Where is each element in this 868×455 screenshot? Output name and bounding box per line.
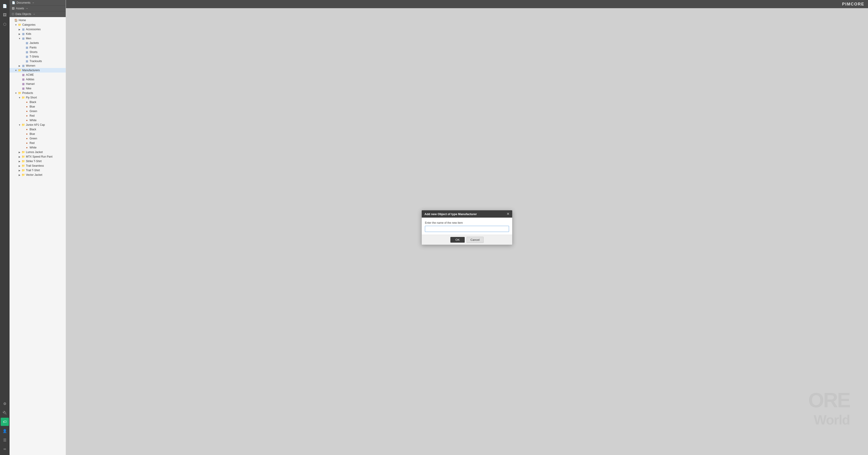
icon-bar-data-objects[interactable]: ⬡ xyxy=(1,20,9,28)
object-icon-fly-short-green: ● xyxy=(25,110,29,113)
icon-bar-link[interactable]: ∞ xyxy=(1,445,9,453)
tree-item-products[interactable]: ▼ 📁 Products xyxy=(9,91,66,95)
tree-label-trail-tshirt: Trail T-Shirt xyxy=(26,169,65,172)
tree-item-fly-short-black[interactable]: ● Black xyxy=(9,100,66,104)
link-icon: ∞ xyxy=(3,447,6,451)
expander-men: ▼ xyxy=(18,37,21,40)
object-icon-fly-short-black: ● xyxy=(25,100,29,104)
object-icon-junior-cap-black: ● xyxy=(25,127,29,131)
tree-label-fly-short-blue: Blue xyxy=(30,105,65,108)
object-icon-junior-cap-blue: ● xyxy=(25,132,29,136)
icon-bar-extension[interactable]: 🔌 xyxy=(1,408,9,417)
tree-item-lumos-jacket[interactable]: ▶ 📁 Lumos Jacket xyxy=(9,150,66,154)
expander-fly-short-green xyxy=(21,110,25,113)
modal-name-input[interactable] xyxy=(425,226,509,232)
tree-item-junior-cap-red[interactable]: ● Red xyxy=(9,141,66,145)
tree-item-men[interactable]: ▼ ▦ Men xyxy=(9,36,66,41)
modal-overlay: Add new Object of type Manufacturer ✕ En… xyxy=(66,0,868,455)
tree-item-junior-cap-blue[interactable]: ● Blue xyxy=(9,132,66,136)
icon-bar-bottom: ⚙ 🔌 🏷 👤 ☰ ∞ xyxy=(1,399,9,455)
tree-item-manufacturers[interactable]: ▼ 📁 Manufacturers xyxy=(9,68,66,72)
tree-item-junior-cap[interactable]: ▼ 📁 Junior AP1 Cap xyxy=(9,123,66,127)
nav-assets[interactable]: 🖼 Assets → xyxy=(9,6,66,11)
tree-label-manufacturers: Manufacturers xyxy=(22,69,65,72)
object-icon-fly-short-white: ● xyxy=(25,118,29,122)
expander-fly-short-blue xyxy=(21,105,25,109)
icon-bar-list[interactable]: ☰ xyxy=(1,436,9,444)
tags-icon: 🏷 xyxy=(3,420,7,424)
icon-bar-plugin[interactable]: ⚙ xyxy=(1,399,9,408)
plugin-icon: ⚙ xyxy=(3,401,6,406)
modal-close-button[interactable]: ✕ xyxy=(506,212,509,216)
tree-item-acme[interactable]: ▦ ACME xyxy=(9,72,66,77)
grid-icon-hamari: ▦ xyxy=(21,82,25,86)
tree-item-nike[interactable]: ▦ Nike xyxy=(9,86,66,91)
modal-cancel-button[interactable]: Cancel xyxy=(466,237,483,243)
grid-icon-shorts: ▦ xyxy=(25,50,29,54)
tree-item-accessories[interactable]: ▶ ▦ Accessories xyxy=(9,27,66,32)
expander-accessories: ▶ xyxy=(18,28,21,31)
tree-item-kids[interactable]: ▶ ▦ Kids xyxy=(9,32,66,36)
tree-item-junior-cap-black[interactable]: ● Black xyxy=(9,127,66,132)
tree-item-home[interactable]: 🏠 Home xyxy=(9,18,66,23)
tree-item-fly-short-green[interactable]: ● Green xyxy=(9,109,66,114)
tree-item-jackets[interactable]: ▦ Jackets xyxy=(9,41,66,45)
tree-item-fly-short[interactable]: ▼ 📁 Fly Short xyxy=(9,95,66,100)
tree-item-pants[interactable]: ▦ Pants xyxy=(9,45,66,50)
tree-item-tshirts[interactable]: ▦ T-Shirts xyxy=(9,54,66,59)
tree-label-men: Men xyxy=(26,37,65,40)
expander-strike-tshirt: ▶ xyxy=(18,159,21,163)
nav-documents[interactable]: 📄 Documents → xyxy=(9,0,66,6)
tree-item-fly-short-white[interactable]: ● White xyxy=(9,118,66,123)
tree-item-trail-tshirt[interactable]: ▶ 📁 Trail T-Shirt xyxy=(9,168,66,173)
tree-item-junior-cap-green[interactable]: ● Green xyxy=(9,136,66,141)
icon-bar-user[interactable]: 👤 xyxy=(1,427,9,435)
expander-lumos-jacket: ▶ xyxy=(18,150,21,154)
tree-label-junior-cap-red: Red xyxy=(30,142,65,145)
expander-junior-cap-blue xyxy=(21,132,25,136)
tree-item-junior-cap-white[interactable]: ● White xyxy=(9,145,66,150)
expander-shorts xyxy=(21,50,25,54)
nav-data-objects-label: Data Objects xyxy=(16,12,31,16)
tree-item-categories[interactable]: ▼ 📁 Categories xyxy=(9,23,66,27)
tree-item-hamari[interactable]: ▦ Hamari xyxy=(9,82,66,86)
grid-icon-tshirts: ▦ xyxy=(25,55,29,58)
tree-label-home: Home xyxy=(19,19,65,22)
nav-data-objects[interactable]: ⬡ Data Objects → xyxy=(9,11,66,17)
expander-vector-jacket: ▶ xyxy=(18,173,21,177)
modal-ok-button[interactable]: OK xyxy=(451,237,465,243)
tree-item-fly-short-red[interactable]: ● Red xyxy=(9,114,66,118)
tree-item-tracksuits[interactable]: ▦ Tracksuits xyxy=(9,59,66,63)
expander-trail-tshirt: ▶ xyxy=(18,169,21,172)
tree-label-fly-short-green: Green xyxy=(30,110,65,113)
tree-item-trail-seamless[interactable]: ▶ 📁 Trail Seamless xyxy=(9,163,66,168)
tree-item-strike-tshirt[interactable]: ▶ 📁 Strike T-Shirt xyxy=(9,159,66,163)
expander-jackets xyxy=(21,41,25,45)
grid-icon-pants: ▦ xyxy=(25,46,29,49)
icon-bar-assets[interactable]: 🖼 xyxy=(1,11,9,19)
add-object-modal: Add new Object of type Manufacturer ✕ En… xyxy=(422,210,513,245)
tree-item-adidas[interactable]: ▦ Adidas xyxy=(9,77,66,82)
tree-item-mtx-speed[interactable]: ▶ 📁 MTX Speed Run Pant xyxy=(9,154,66,159)
tree-label-tshirts: T-Shirts xyxy=(30,55,65,58)
tree-item-women[interactable]: ▶ ▦ Women xyxy=(9,63,66,68)
data-objects-icon: ⬡ xyxy=(3,22,6,26)
tree-label-trail-seamless: Trail Seamless xyxy=(26,164,65,168)
icon-bar-documents[interactable]: 📄 xyxy=(1,2,9,10)
folder-icon-junior-cap: 📁 xyxy=(21,123,25,127)
expander-manufacturers: ▼ xyxy=(14,68,18,72)
modal-field-label: Enter the name of the new item xyxy=(425,221,509,224)
icon-bar-tags[interactable]: 🏷 xyxy=(1,418,9,426)
tree-label-shorts: Shorts xyxy=(30,51,65,54)
grid-icon-acme: ▦ xyxy=(21,73,25,77)
tree-label-junior-cap-black: Black xyxy=(30,128,65,131)
expander-home xyxy=(10,19,14,22)
tree-item-shorts[interactable]: ▦ Shorts xyxy=(9,50,66,54)
expander-junior-cap-green xyxy=(21,136,25,140)
tree-item-vector-jacket[interactable]: ▶ 📁 Vector Jacket xyxy=(9,173,66,177)
tree-label-jackets: Jackets xyxy=(30,41,65,44)
tree-item-fly-short-blue[interactable]: ● Blue xyxy=(9,104,66,109)
folder-icon-trail-tshirt: 📁 xyxy=(21,169,25,172)
expander-junior-cap: ▼ xyxy=(18,123,21,127)
folder-icon-categories: 📁 xyxy=(18,23,21,27)
